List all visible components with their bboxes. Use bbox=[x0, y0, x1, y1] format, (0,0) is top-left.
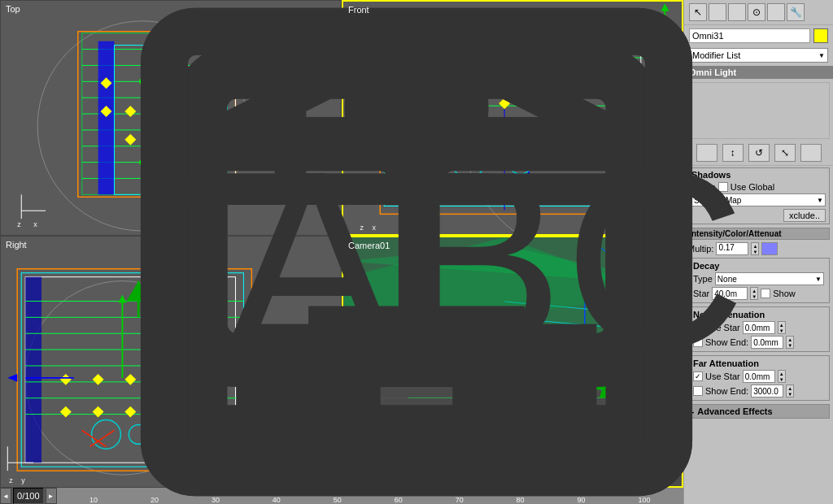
extra-btn[interactable]: ABC bbox=[800, 144, 822, 162]
svg-text:ABC: ABC bbox=[228, 118, 746, 400]
viewport-right-label: Right bbox=[6, 240, 27, 250]
viewport-camera-label: Camera01 bbox=[348, 241, 390, 250]
light-panel-icons: ↕ ↺ ⤡ ABC bbox=[684, 141, 833, 166]
right-panel: ↖ ⊙ 🔧 Modifier List ▼ Omni Light ↕ ↺ bbox=[683, 0, 833, 504]
viewport-front-label: Front bbox=[348, 5, 369, 15]
viewport-top-label: Top bbox=[6, 4, 20, 14]
